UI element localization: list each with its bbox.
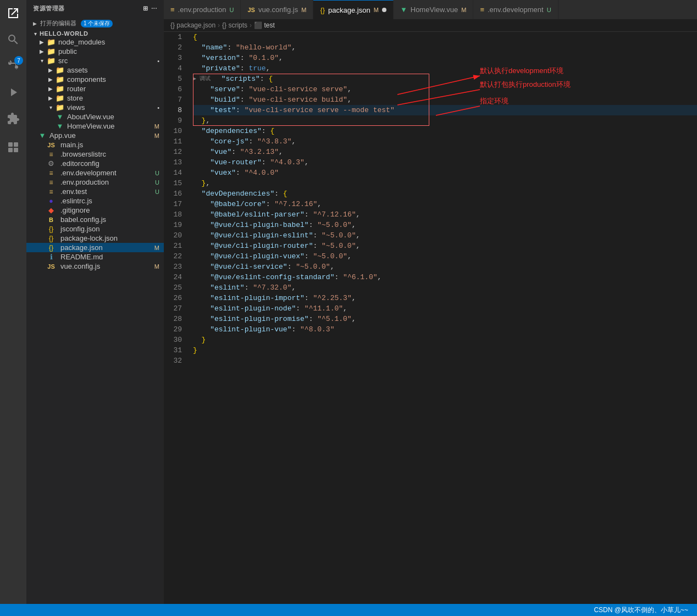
tree-editorconfig[interactable]: ⚙ .editorconfig bbox=[26, 159, 164, 168]
tab-label-home: HomeView.vue bbox=[411, 5, 458, 14]
svg-rect-0 bbox=[8, 142, 13, 147]
tree-arrow-store: ▶ bbox=[46, 95, 55, 101]
ln-9: 9 bbox=[164, 115, 182, 126]
env-test-badge: U bbox=[155, 188, 159, 195]
tree-assets[interactable]: ▶ 📁 assets bbox=[26, 65, 164, 75]
tree-readme[interactable]: ℹ README.md bbox=[26, 252, 164, 262]
sidebar-actions: ⊞ ··· bbox=[143, 5, 157, 12]
code-line-6: "serve": "vue-cli-service serve", bbox=[193, 84, 697, 95]
tree-jsconfig[interactable]: {} jsconfig.json bbox=[26, 224, 164, 234]
ln-3: 3 bbox=[164, 53, 182, 63]
tab-badge-home: M bbox=[461, 7, 466, 13]
tree-label-env-test: .env.test bbox=[60, 187, 155, 196]
tree-router[interactable]: ▶ 📁 router bbox=[26, 84, 164, 93]
code-content[interactable]: { "name": "hello-world", "version": "0.1… bbox=[189, 32, 697, 616]
activity-run[interactable] bbox=[0, 79, 26, 106]
tree-package-lock[interactable]: {} package-lock.json bbox=[26, 234, 164, 243]
code-line-27: "eslint-plugin-node": "^11.1.0", bbox=[193, 303, 697, 314]
tree-label-pkg: package.json bbox=[60, 243, 154, 252]
tab-package-json[interactable]: {} package.json M bbox=[313, 0, 393, 19]
js-icon-vueconfig: JS bbox=[46, 263, 56, 270]
breadcrumb-part2[interactable]: {} scripts bbox=[222, 21, 247, 29]
env-dev-badge: U bbox=[155, 170, 159, 176]
eslint-icon: ● bbox=[46, 197, 56, 205]
status-bar: CSDN @风吹不倒的、小草儿~~ bbox=[0, 604, 697, 616]
breadcrumb-sep1: › bbox=[218, 21, 220, 29]
ln-14: 14 bbox=[164, 168, 182, 178]
code-line-15: }, bbox=[193, 178, 697, 188]
tab-dot-pkg bbox=[382, 8, 386, 12]
open-editors-bar[interactable]: ▶ 打开的编辑器 1 个未保存 bbox=[26, 17, 164, 30]
folder-icon-assets: 📁 bbox=[55, 66, 65, 74]
js-icon-main: JS bbox=[46, 142, 56, 148]
code-line-4: "private": true, bbox=[193, 63, 697, 74]
tree-components[interactable]: ▶ 📁 components bbox=[26, 75, 164, 84]
tree-browserslistrc[interactable]: ≡ .browserslistrc bbox=[26, 149, 164, 159]
vue-icon-home: ▼ bbox=[55, 122, 65, 130]
tree-gitignore[interactable]: ◆ .gitignore bbox=[26, 206, 164, 215]
ln-28: 28 bbox=[164, 314, 182, 324]
tree-label-readme: README.md bbox=[60, 253, 164, 261]
ln-16: 16 bbox=[164, 188, 182, 199]
code-line-10: "dependencies": { bbox=[193, 126, 697, 136]
activity-extensions[interactable] bbox=[0, 106, 26, 132]
activity-source-control[interactable]: 7 bbox=[0, 53, 26, 79]
tree-views[interactable]: ▾ 📁 views • bbox=[26, 103, 164, 112]
tree-env-production[interactable]: ≡ .env.production U bbox=[26, 177, 164, 187]
tree-arrow-src: ▾ bbox=[37, 58, 46, 64]
tree-main-js[interactable]: JS main.js bbox=[26, 140, 164, 149]
vue-icon-about: ▼ bbox=[55, 113, 65, 121]
tree-node-modules[interactable]: ▶ 📁 node_modules bbox=[26, 37, 164, 47]
tree-babel[interactable]: B babel.config.js bbox=[26, 215, 164, 224]
activity-search[interactable] bbox=[0, 26, 26, 53]
breadcrumb-part1[interactable]: {} package.json bbox=[170, 21, 215, 29]
tree-project-root[interactable]: ▾ HELLO-WORLD bbox=[26, 30, 164, 37]
tree-arrow-public: ▶ bbox=[37, 48, 46, 54]
code-line-11: "core-js": "^3.8.3", bbox=[193, 136, 697, 147]
code-editor: 1 2 3 4 5 6 7 8 9 10 11 12 13 14 15 16 1… bbox=[164, 32, 697, 616]
code-line-1: { bbox=[193, 32, 697, 42]
tree-package-json[interactable]: {} package.json M bbox=[26, 243, 164, 252]
tree-label-env-prod: .env.production bbox=[60, 178, 155, 186]
source-control-badge: 7 bbox=[14, 56, 23, 65]
tab-env-production[interactable]: ≡ .env.production U bbox=[164, 0, 241, 19]
tree-env-test[interactable]: ≡ .env.test U bbox=[26, 187, 164, 196]
activity-bar: 7 bbox=[0, 0, 26, 616]
tree-label-git: .gitignore bbox=[60, 206, 164, 214]
tree-eslintrc[interactable]: ● .eslintrc.js bbox=[26, 196, 164, 206]
ln-4: 4 bbox=[164, 63, 182, 74]
code-line-17: "@babel/core": "^7.12.16", bbox=[193, 199, 697, 209]
more-options-icon[interactable]: ··· bbox=[151, 5, 157, 12]
ln-13: 13 bbox=[164, 157, 182, 168]
tab-label-vue-config: vue.config.js bbox=[258, 5, 298, 14]
tree-public[interactable]: ▶ 📁 public bbox=[26, 47, 164, 56]
new-file-icon[interactable]: ⊞ bbox=[143, 5, 148, 12]
code-line-21: "@vue/cli-plugin-router": "~5.0.0", bbox=[193, 241, 697, 251]
tree-label-router: router bbox=[67, 85, 164, 93]
tree-app-vue[interactable]: ▼ App.vue M bbox=[26, 131, 164, 140]
tree-label-browsers: .browserslistrc bbox=[60, 150, 164, 158]
tree-label-public: public bbox=[58, 47, 164, 56]
tree-store[interactable]: ▶ 📁 store bbox=[26, 93, 164, 103]
code-line-30: } bbox=[193, 335, 697, 345]
tree-home-view[interactable]: ▼ HomeView.vue M bbox=[26, 121, 164, 131]
tree-about-view[interactable]: ▼ AboutView.vue bbox=[26, 112, 164, 121]
tab-home-view[interactable]: ▼ HomeView.vue M bbox=[394, 0, 474, 19]
tab-env-development[interactable]: ≡ .env.development U bbox=[473, 0, 558, 19]
sidebar-header: 资源管理器 ⊞ ··· bbox=[26, 0, 164, 17]
tree-env-development[interactable]: ≡ .env.development U bbox=[26, 168, 164, 177]
env-icon-test: ≡ bbox=[46, 188, 56, 196]
tree-label-nm: node_modules bbox=[58, 38, 164, 46]
ln-1: 1 bbox=[164, 32, 182, 42]
activity-remote[interactable] bbox=[0, 134, 26, 160]
code-line-24: "@vue/eslint-config-standard": "^6.1.0", bbox=[193, 272, 697, 282]
activity-explorer[interactable] bbox=[0, 0, 26, 26]
tree-label-eslint: .eslintrc.js bbox=[60, 197, 164, 205]
file-tree: ▾ HELLO-WORLD ▶ 📁 node_modules ▶ 📁 publi… bbox=[26, 30, 164, 616]
breadcrumb-part3[interactable]: ⬛ test bbox=[254, 21, 275, 29]
line-numbers: 1 2 3 4 5 6 7 8 9 10 11 12 13 14 15 16 1… bbox=[164, 32, 189, 616]
tree-src[interactable]: ▾ 📁 src • bbox=[26, 56, 164, 65]
tab-vue-config[interactable]: JS vue.config.js M bbox=[241, 0, 313, 19]
code-line-28: "eslint-plugin-promise": "^5.1.0", bbox=[193, 314, 697, 324]
tree-vue-config[interactable]: JS vue.config.js M bbox=[26, 262, 164, 271]
